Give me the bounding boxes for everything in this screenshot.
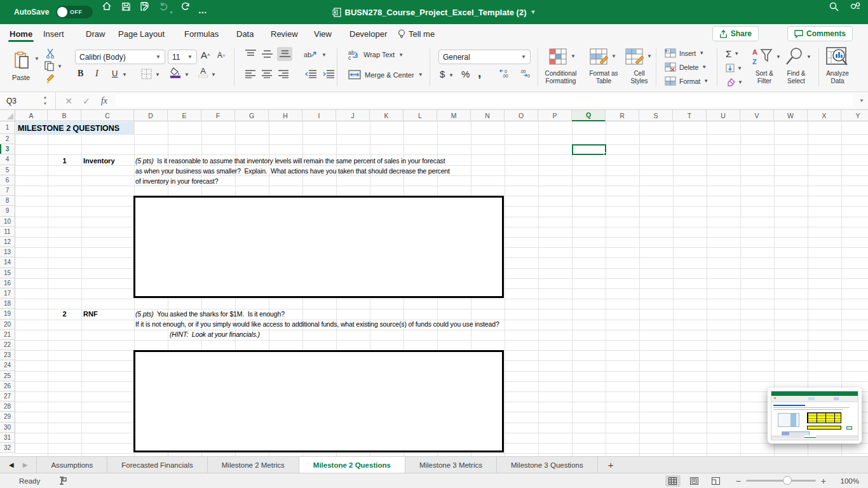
row-header-9[interactable]: 9 bbox=[0, 206, 15, 216]
row-header-15[interactable]: 15 bbox=[0, 268, 15, 278]
currency-button[interactable]: $ bbox=[440, 69, 445, 79]
column-header-Y[interactable]: Y bbox=[841, 110, 868, 121]
sheet-nav-right-icon[interactable]: ▶ bbox=[23, 461, 28, 468]
add-sheet-button[interactable]: + bbox=[598, 457, 624, 473]
column-header-O[interactable]: O bbox=[505, 110, 538, 121]
currency-dropdown-icon[interactable]: ▼ bbox=[449, 72, 454, 78]
borders-icon[interactable] bbox=[141, 69, 152, 79]
enter-icon[interactable]: ✓ bbox=[79, 92, 94, 109]
row-header-18[interactable]: 18 bbox=[0, 299, 15, 309]
wrap-text-button[interactable]: abc Wrap Text ▼ bbox=[348, 50, 403, 60]
ribbon-tab-home[interactable]: Home bbox=[8, 24, 34, 43]
sheet-tab-assumptions[interactable]: Assumptions bbox=[36, 457, 107, 473]
sheet-tab-forecasted-financials[interactable]: Forecasted Financials bbox=[107, 457, 208, 473]
cut-icon[interactable] bbox=[46, 48, 56, 58]
ribbon-tab-insert[interactable]: Insert bbox=[42, 24, 65, 43]
row-header-25[interactable]: 25 bbox=[0, 371, 15, 381]
column-header-C[interactable]: C bbox=[81, 110, 134, 121]
font-color-dropdown-icon[interactable]: ▼ bbox=[211, 72, 216, 78]
bold-button[interactable]: B bbox=[78, 69, 83, 79]
screenshot-thumbnail[interactable] bbox=[768, 388, 862, 444]
row-header-6[interactable]: 6 bbox=[0, 175, 15, 186]
orientation-icon[interactable]: ab bbox=[304, 48, 316, 60]
name-box[interactable]: Q3 bbox=[0, 92, 56, 109]
row-header-19[interactable]: 19 bbox=[0, 309, 15, 319]
cell-styles-icon[interactable] bbox=[625, 48, 644, 65]
row-header-8[interactable]: 8 bbox=[0, 196, 15, 206]
row-header-1[interactable]: 1 bbox=[0, 121, 15, 134]
format-painter-icon[interactable] bbox=[46, 74, 57, 84]
row-header-26[interactable]: 26 bbox=[0, 381, 15, 391]
column-header-K[interactable]: K bbox=[370, 110, 403, 121]
search-icon[interactable] bbox=[827, 0, 840, 13]
orientation-dropdown-icon[interactable]: ▼ bbox=[322, 52, 327, 58]
sheet-tab-milestone-3-metrics[interactable]: Milestone 3 Metrics bbox=[405, 457, 497, 473]
cell-c4-label[interactable]: Inventory bbox=[83, 157, 115, 165]
ribbon-tab-page-layout[interactable]: Page Layout bbox=[117, 24, 166, 43]
format-as-table-icon[interactable] bbox=[590, 48, 609, 65]
column-header-V[interactable]: V bbox=[740, 110, 774, 121]
format-as-table-dropdown-icon[interactable]: ▼ bbox=[611, 53, 616, 59]
column-header-I[interactable]: I bbox=[302, 110, 336, 121]
decrease-indent-icon[interactable] bbox=[305, 70, 316, 78]
column-header-X[interactable]: X bbox=[808, 110, 841, 121]
title-dropdown-icon[interactable]: ▼ bbox=[530, 9, 536, 15]
cell-b19-number[interactable]: 2 bbox=[48, 310, 81, 318]
align-top-icon[interactable] bbox=[245, 50, 256, 58]
fill-color-dropdown-icon[interactable]: ▼ bbox=[184, 72, 189, 78]
column-header-W[interactable]: W bbox=[774, 110, 808, 121]
row-header-31[interactable]: 31 bbox=[0, 433, 15, 443]
font-color-icon[interactable]: A bbox=[198, 67, 208, 78]
find-select-icon[interactable]: ▼ bbox=[785, 47, 811, 66]
row-header-24[interactable]: 24 bbox=[0, 360, 15, 370]
page-layout-view-icon[interactable] bbox=[687, 475, 702, 487]
cell-c19-label[interactable]: RNF bbox=[83, 310, 98, 318]
row-header-14[interactable]: 14 bbox=[0, 257, 15, 268]
share-button[interactable]: Share bbox=[712, 26, 759, 41]
row-header-32[interactable]: 32 bbox=[0, 443, 15, 453]
format-cells-button[interactable]: Format ▼ bbox=[665, 76, 709, 86]
zoom-slider-knob[interactable] bbox=[783, 476, 792, 485]
increase-indent-icon[interactable] bbox=[323, 70, 334, 78]
ribbon-tab-tell-me[interactable]: Tell me bbox=[397, 24, 436, 43]
fill-color-icon[interactable] bbox=[170, 67, 180, 78]
formula-bar-expand-icon[interactable]: ▼ bbox=[857, 92, 867, 109]
shrink-font-button[interactable]: A˅ bbox=[217, 51, 226, 60]
align-bottom-icon[interactable] bbox=[277, 47, 292, 61]
cell-a1-title[interactable]: MILESTONE 2 QUESTIONS bbox=[16, 122, 134, 134]
conditional-formatting-icon[interactable] bbox=[549, 48, 568, 65]
zoom-level[interactable]: 100% bbox=[826, 477, 859, 485]
align-middle-icon[interactable] bbox=[262, 50, 273, 58]
decrease-decimal-icon[interactable]: .000 bbox=[519, 69, 532, 78]
page-break-view-icon[interactable] bbox=[709, 475, 724, 487]
comments-button[interactable]: Comments bbox=[787, 26, 853, 41]
merge-center-button[interactable]: Merge & Center ▼ bbox=[348, 70, 423, 79]
underline-button[interactable]: U bbox=[112, 69, 118, 78]
row-header-3[interactable]: 3 bbox=[0, 144, 15, 154]
zoom-in-icon[interactable]: + bbox=[821, 476, 826, 486]
column-header-A[interactable]: A bbox=[15, 110, 48, 121]
account-icon[interactable] bbox=[849, 0, 862, 13]
column-header-L[interactable]: L bbox=[403, 110, 437, 121]
row-header-5[interactable]: 5 bbox=[0, 165, 15, 175]
document-title-area[interactable]: BUSN278_Course_Project_Excel_Template (2… bbox=[0, 0, 868, 24]
column-header-T[interactable]: T bbox=[673, 110, 707, 121]
column-header-R[interactable]: R bbox=[606, 110, 639, 121]
clear-button[interactable]: ▼ bbox=[726, 78, 743, 86]
zoom-slider[interactable] bbox=[746, 480, 816, 482]
sheet-tab-milestone-2-questions[interactable]: Milestone 2 Questions bbox=[299, 457, 405, 473]
percent-button[interactable]: % bbox=[461, 69, 470, 79]
cell-d4-text[interactable]: (5 pts) Is it reasonable to assume that … bbox=[135, 157, 445, 165]
cell-e21-hint[interactable]: (HINT: Look at your financials.) bbox=[170, 330, 260, 338]
cell-b4-number[interactable]: 1 bbox=[48, 157, 81, 165]
answer-box-1[interactable] bbox=[133, 196, 504, 298]
copy-dropdown-icon[interactable]: ▼ bbox=[57, 64, 62, 69]
select-all-corner[interactable] bbox=[0, 110, 15, 121]
column-header-P[interactable]: P bbox=[538, 110, 572, 121]
delete-cells-button[interactable]: Delete ▼ bbox=[665, 62, 707, 72]
formula-input[interactable] bbox=[116, 95, 853, 107]
ribbon-tab-developer[interactable]: Developer bbox=[348, 24, 388, 43]
paste-button[interactable] bbox=[10, 47, 33, 74]
row-header-27[interactable]: 27 bbox=[0, 391, 15, 402]
row-header-11[interactable]: 11 bbox=[0, 227, 15, 237]
